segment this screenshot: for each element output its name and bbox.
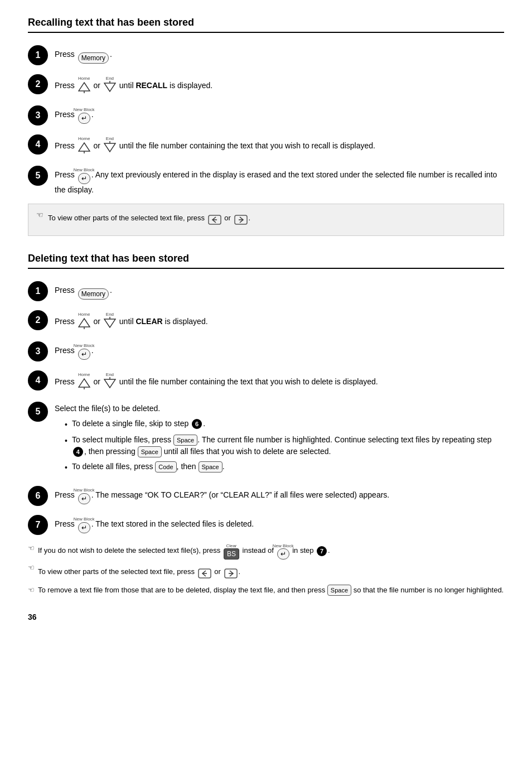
recall-step-3-content: Press New Block ↵ . <box>55 104 504 124</box>
delete-step-1-content: Press Memory . <box>55 280 504 300</box>
delete-step-6: 6 Press New Block ↵ . The message “OK TO… <box>28 485 504 506</box>
home-key-wrapper-r4: Home <box>78 136 90 157</box>
end-key-wrapper-r4: End <box>104 136 116 157</box>
note-finger-icon: ☜ <box>36 209 43 221</box>
svg-marker-18 <box>104 379 115 388</box>
home-arrow-icon-r4 <box>78 141 90 153</box>
space-key-dn3: Space <box>327 585 351 596</box>
space-key-b2b: Space <box>138 446 162 457</box>
recall-title: Recalling text that has been stored <box>28 17 504 33</box>
svg-marker-12 <box>79 319 90 327</box>
home-label-r4: Home <box>78 136 90 142</box>
svg-marker-16 <box>79 379 90 387</box>
recall-section: Recalling text that has been stored 1 Pr… <box>28 17 504 236</box>
delete-step-6-content: Press New Block ↵ . The message “OK TO C… <box>55 485 504 504</box>
delete-step-5-content: Select the file(s) to be deleted. • To d… <box>55 401 504 478</box>
delete-note-2-text: To view other parts of the selected text… <box>38 562 240 582</box>
recall-step-5-content: Press New Block ↵ . Any text previously … <box>55 165 504 196</box>
recall-step-2: 2 Press Home or End until RECALL is disp… <box>28 73 504 97</box>
delete-note-3-text: To remove a text file from those that ar… <box>38 585 504 596</box>
right-arrow-icon-rn <box>234 214 248 225</box>
newblock-enter-key-wrapper-d3: New Block ↵ <box>78 343 90 360</box>
step-number-1: 1 <box>28 45 48 65</box>
code-key-b3: Code <box>155 461 176 472</box>
home-arrow-icon-d2 <box>78 317 90 329</box>
step-number-5: 5 <box>28 166 48 186</box>
home-arrow-icon <box>78 81 90 93</box>
newblock-label-d6: New Block <box>74 487 95 494</box>
memory-key-d1: Memory <box>78 288 109 300</box>
circle-6: 6 <box>192 419 202 429</box>
end-label: End <box>106 75 114 82</box>
end-arrow-icon <box>104 81 116 93</box>
end-key-wrapper: End <box>104 75 116 97</box>
home-label: Home <box>78 75 90 82</box>
del-step-number-3: 3 <box>28 341 48 361</box>
end-label-r4: End <box>106 136 114 142</box>
left-arrow-key-wrapper-dn2 <box>198 562 211 582</box>
delete-step-3: 3 Press New Block ↵ . <box>28 340 504 361</box>
enter-key-dn1: ↵ <box>277 548 289 560</box>
recall-step-3: 3 Press New Block ↵ . <box>28 104 504 126</box>
end-label-d2: End <box>106 311 114 318</box>
end-key-wrapper-d4: End <box>104 372 116 393</box>
svg-marker-0 <box>79 83 90 91</box>
svg-marker-6 <box>104 143 115 152</box>
newblock-enter-key-wrapper-dn1: New Block ↵ <box>277 543 289 560</box>
memory-key: Memory <box>78 52 109 64</box>
note-finger-icon-d2: ☜ <box>28 562 35 573</box>
bs-key-dn1: BS <box>224 548 239 560</box>
bs-key-wrapper-dn1: Clear BS <box>224 543 239 560</box>
del-step-number-5: 5 <box>28 402 48 422</box>
newblock-label-d3: New Block <box>74 343 95 349</box>
newblock-enter-key-wrapper-d6: New Block ↵ <box>78 487 90 504</box>
newblock-label-d7: New Block <box>74 516 95 523</box>
clear-top-label-dn1: Clear <box>226 543 236 549</box>
del-step-number-6: 6 <box>28 486 48 506</box>
delete-step-4-content: Press Home or End until the file number … <box>55 369 504 393</box>
right-arrow-icon-dn2 <box>224 568 238 579</box>
circle-4-b2: 4 <box>73 447 83 457</box>
delete-note-1: ☜ If you do not wish to delete the selec… <box>28 543 504 560</box>
newblock-label-dn1: New Block <box>273 543 294 549</box>
note-finger-icon-d1: ☜ <box>28 543 35 554</box>
delete-section: Deleting text that has been stored 1 Pre… <box>28 253 504 596</box>
end-arrow-icon-r4 <box>104 141 116 153</box>
enter-key-d3: ↵ <box>78 349 90 360</box>
enter-key-d7: ↵ <box>78 522 90 533</box>
delete-step-4: 4 Press Home or End until the file numbe… <box>28 369 504 393</box>
newblock-enter-key-wrapper-r3: New Block ↵ <box>78 107 90 124</box>
end-label-d4: End <box>106 372 114 378</box>
recall-note-text: To view other parts of the selected text… <box>48 209 250 229</box>
bullet-3: • To delete all files, press Code, then … <box>65 461 504 474</box>
delete-notes: ☜ If you do not wish to delete the selec… <box>28 543 504 596</box>
left-arrow-icon-dn2 <box>198 568 211 579</box>
left-arrow-icon-rn <box>208 214 221 225</box>
recall-step-5: 5 Press New Block ↵ . Any text previousl… <box>28 165 504 196</box>
newblock-enter-key-wrapper-r5: New Block ↵ <box>78 167 90 184</box>
delete-step-1: 1 Press Memory . <box>28 280 504 301</box>
step-number-4: 4 <box>28 134 48 155</box>
enter-key-r3: ↵ <box>78 113 90 124</box>
recall-note-box: ☜ To view other parts of the selected te… <box>28 204 504 236</box>
home-key-wrapper-d4: Home <box>78 372 90 393</box>
delete-note-1-text: If you do not wish to delete the selecte… <box>38 543 330 560</box>
delete-step-5: 5 Select the file(s) to be deleted. • To… <box>28 401 504 478</box>
svg-marker-2 <box>104 83 115 91</box>
home-label-d4: Home <box>78 372 90 378</box>
home-arrow-icon-d4 <box>78 377 90 389</box>
bullet-1: • To delete a single file, skip to step … <box>65 418 504 431</box>
enter-key-d6: ↵ <box>78 493 90 504</box>
delete-step-2-content: Press Home or End until CLEAR is display… <box>55 309 504 332</box>
page-number: 36 <box>28 613 504 621</box>
space-key-b2: Space <box>173 435 197 446</box>
delete-note-3: ☜ To remove a text file from those that … <box>28 585 504 596</box>
recall-step-4-content: Press Home or End until the file number … <box>55 133 504 157</box>
newblock-label-r5: New Block <box>74 167 95 173</box>
delete-step-7: 7 Press New Block ↵ . The text stored in… <box>28 514 504 535</box>
delete-note-2: ☜ To view other parts of the selected te… <box>28 562 504 582</box>
memory-key-wrapper: Memory <box>78 46 109 64</box>
svg-marker-14 <box>104 319 115 327</box>
recall-step-2-content: Press Home or End until RECALL is displa… <box>55 73 504 97</box>
recall-note-line: ☜ To view other parts of the selected te… <box>36 209 496 229</box>
